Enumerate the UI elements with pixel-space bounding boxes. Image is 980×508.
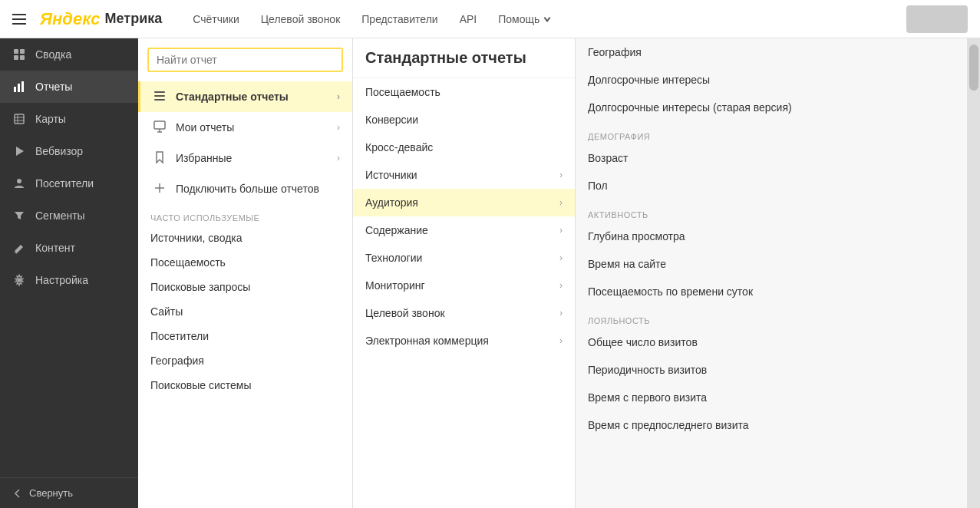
frequent-item-2[interactable]: Поисковые запросы [138, 275, 352, 299]
sub-item-longterm-interests[interactable]: Долгосрочные интересы [576, 66, 967, 94]
nav-api[interactable]: API [460, 13, 477, 25]
sidebar-label-dashboard: Сводка [35, 48, 71, 61]
arrow-right-icon: › [559, 225, 563, 236]
svg-rect-18 [154, 99, 165, 101]
sub-item-time-of-day[interactable]: Посещаемость по времени суток [576, 278, 967, 305]
search-input[interactable] [147, 48, 343, 72]
menu-label-add: Подключить больше отчетов [176, 183, 319, 195]
sidebar-item-content[interactable]: Контент [0, 232, 138, 264]
nav-representatives[interactable]: Представители [361, 13, 437, 25]
svg-rect-1 [20, 49, 25, 54]
sidebar-item-settings[interactable]: Настройка [0, 264, 138, 296]
scrollbar[interactable] [968, 38, 980, 508]
sub-item-depth[interactable]: Глубина просмотра [576, 223, 967, 250]
nav-help-dropdown[interactable]: Помощь [498, 13, 552, 25]
nav-target-call[interactable]: Целевой звонок [261, 13, 341, 25]
header: Яндекс Метрика Счётчики Целевой звонок П… [0, 0, 980, 38]
report-content[interactable]: Содержание › [353, 216, 575, 244]
report-audience[interactable]: Аудитория › [353, 189, 575, 216]
svg-rect-19 [154, 121, 165, 129]
svg-rect-0 [14, 49, 18, 54]
play-icon [12, 144, 26, 158]
report-conversions[interactable]: Конверсии [353, 106, 575, 134]
collapse-label: Свернуть [29, 487, 73, 499]
sidebar: Сводка Отчеты Карты [0, 38, 138, 508]
sidebar-item-segments[interactable]: Сегменты [0, 200, 138, 232]
chevron-down-icon [543, 15, 552, 24]
sidebar-label-content: Контент [35, 242, 75, 254]
svg-point-12 [17, 179, 21, 183]
reports-panel-title: Стандартные отчеты [353, 38, 575, 78]
sidebar-label-maps: Карты [35, 113, 66, 125]
subcategory-panel: География Долгосрочные интересы Долгосро… [576, 38, 968, 508]
svg-rect-4 [14, 87, 16, 92]
sidebar-label-segments: Сегменты [35, 209, 85, 222]
sidebar-item-reports[interactable]: Отчеты [0, 71, 138, 103]
grid-icon [12, 48, 26, 61]
user-avatar[interactable] [906, 5, 968, 33]
arrow-icon: › [337, 91, 340, 102]
sidebar-item-webvisor[interactable]: Вебвизор [0, 135, 138, 167]
menu-item-add[interactable]: Подключить больше отчетов [138, 173, 352, 204]
logo-area: Яндекс Метрика [12, 9, 162, 29]
report-target-call[interactable]: Целевой звонок › [353, 299, 575, 327]
menu-item-my[interactable]: Мои отчеты › [138, 112, 352, 143]
report-ecommerce[interactable]: Электронная коммерция › [353, 327, 575, 355]
sub-item-age[interactable]: Возраст [576, 144, 967, 172]
sidebar-item-dashboard[interactable]: Сводка [0, 38, 138, 71]
monitor-icon [153, 120, 168, 135]
svg-rect-5 [18, 84, 20, 92]
sidebar-item-visitors[interactable]: Посетители [0, 167, 138, 200]
sub-item-longterm-interests-old[interactable]: Долгосрочные интересы (старая версия) [576, 94, 967, 121]
sub-item-time-since-prev[interactable]: Время с предпоследнего визита [576, 411, 967, 439]
sidebar-item-maps[interactable]: Карты [0, 103, 138, 135]
report-monitoring[interactable]: Мониторинг › [353, 272, 575, 299]
logo-yandex: Яндекс [40, 9, 101, 29]
demographics-section-label: ДЕМОГРАФИЯ [576, 121, 967, 144]
sidebar-label-reports: Отчеты [35, 81, 72, 93]
edit-icon [12, 241, 26, 255]
list-icon [153, 89, 168, 104]
main-area: Сводка Отчеты Карты [0, 38, 980, 508]
sub-item-time-on-site[interactable]: Время на сайте [576, 250, 967, 278]
menu-label-my: Мои отчеты [176, 121, 234, 134]
bar-chart-icon [12, 80, 26, 94]
report-sources[interactable]: Источники › [353, 161, 575, 189]
arrow-icon: › [337, 122, 340, 133]
sub-item-time-since-first[interactable]: Время с первого визита [576, 384, 967, 411]
frequent-item-1[interactable]: Посещаемость [138, 250, 352, 275]
menu-item-standard[interactable]: Стандартные отчеты › [138, 81, 352, 112]
plus-icon [153, 181, 168, 196]
report-cross-device[interactable]: Кросс-девайс [353, 134, 575, 161]
svg-rect-6 [21, 81, 24, 92]
svg-rect-2 [14, 55, 18, 60]
bookmark-icon [153, 150, 168, 166]
svg-rect-16 [154, 91, 165, 93]
scrollbar-thumb[interactable] [969, 45, 978, 91]
activity-section-label: АКТИВНОСТЬ [576, 200, 967, 223]
report-attendance[interactable]: Посещаемость [353, 78, 575, 106]
sub-item-total-visits[interactable]: Общее число визитов [576, 328, 967, 356]
frequent-item-5[interactable]: География [138, 348, 352, 373]
map-icon [12, 112, 26, 126]
report-technologies[interactable]: Технологии › [353, 244, 575, 272]
frequent-item-3[interactable]: Сайты [138, 299, 352, 324]
sub-item-gender[interactable]: Пол [576, 172, 967, 200]
sub-item-visit-frequency[interactable]: Периодичность визитов [576, 356, 967, 384]
nav-counters[interactable]: Счётчики [193, 13, 239, 25]
sidebar-collapse-button[interactable]: Свернуть [0, 477, 138, 508]
frequent-item-0[interactable]: Источники, сводка [138, 226, 352, 250]
frequent-item-4[interactable]: Посетители [138, 324, 352, 348]
chevron-left-icon [12, 488, 23, 499]
sidebar-label-settings: Настройка [35, 274, 88, 286]
sub-item-geography[interactable]: География [576, 38, 967, 66]
hamburger-menu[interactable] [12, 14, 26, 25]
arrow-right-icon: › [559, 335, 563, 346]
arrow-right-icon: › [559, 170, 563, 180]
arrow-icon: › [337, 153, 340, 163]
sidebar-label-webvisor: Вебвизор [35, 145, 83, 157]
reports-panel: Стандартные отчеты Посещаемость Конверси… [353, 38, 576, 508]
header-nav: Счётчики Целевой звонок Представители AP… [193, 13, 906, 25]
frequent-item-6[interactable]: Поисковые системы [138, 373, 352, 397]
menu-item-favorites[interactable]: Избранные › [138, 143, 352, 173]
